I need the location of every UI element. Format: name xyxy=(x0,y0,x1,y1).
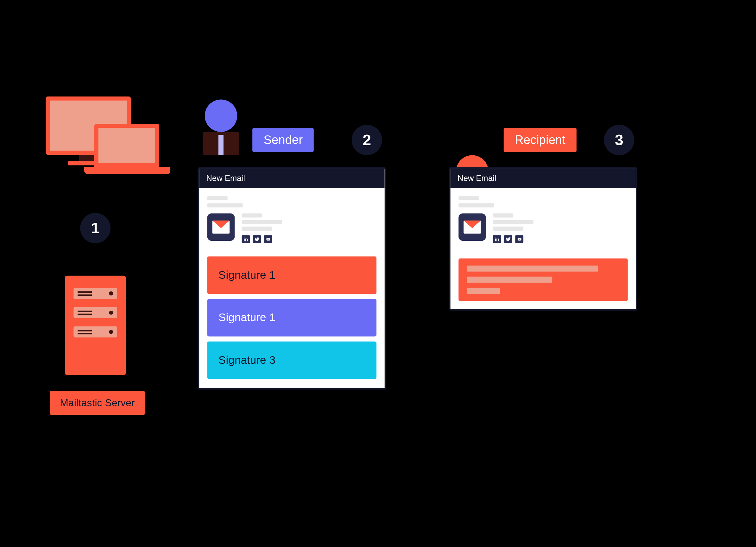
signature-option-1[interactable]: Signature 1 xyxy=(207,256,376,293)
email-title: New Email xyxy=(206,174,245,182)
server-label: Mailtastic Server xyxy=(50,391,145,415)
placeholder-line xyxy=(207,196,228,200)
social-icons: in xyxy=(242,235,282,243)
signature-option-2[interactable]: Signature 1 xyxy=(207,299,376,336)
email-body: in xyxy=(199,188,385,251)
linkedin-icon: in xyxy=(242,235,250,243)
step-badge-3: 3 xyxy=(604,125,634,155)
step-badge-2: 2 xyxy=(352,125,382,155)
signature-lines: in xyxy=(493,213,533,243)
step-number: 1 xyxy=(91,219,100,236)
email-title: New Email xyxy=(457,174,496,182)
twitter-icon xyxy=(504,235,512,243)
placeholder-line xyxy=(458,196,479,200)
sender-avatar xyxy=(200,99,242,155)
signature-option-label: Signature 1 xyxy=(218,269,275,281)
linkedin-icon: in xyxy=(493,235,501,243)
step-number: 2 xyxy=(362,131,371,148)
sender-tag-text: Sender xyxy=(263,133,303,147)
youtube-icon xyxy=(515,235,524,243)
signature-option-label: Signature 3 xyxy=(218,353,275,366)
email-header: New Email xyxy=(450,169,636,188)
banner-line xyxy=(467,276,552,282)
signature-option-label: Signature 1 xyxy=(218,311,275,324)
server-label-text: Mailtastic Server xyxy=(60,397,135,408)
sender-tag: Sender xyxy=(252,128,314,152)
email-banner xyxy=(458,259,627,301)
server-slot xyxy=(73,326,117,337)
recipient-tag-text: Recipient xyxy=(515,133,565,147)
signature-option-3[interactable]: Signature 3 xyxy=(207,341,376,379)
signature-block: in xyxy=(458,213,627,243)
placeholder-line xyxy=(458,203,494,207)
email-header: New Email xyxy=(199,169,385,188)
step-badge-1: 1 xyxy=(80,213,110,243)
computers-group xyxy=(46,97,131,155)
twitter-icon xyxy=(253,235,261,243)
server-slot xyxy=(73,307,117,318)
recipient-tag: Recipient xyxy=(504,128,577,152)
app-icon xyxy=(458,213,486,241)
email-body: in xyxy=(450,188,636,251)
banner-line xyxy=(467,287,500,293)
recipient-email-window: New Email in xyxy=(449,167,637,311)
app-icon xyxy=(207,213,235,241)
signature-lines: in xyxy=(242,213,282,243)
signature-block: in xyxy=(207,213,376,243)
sender-email-window: New Email in xyxy=(198,167,386,389)
envelope-icon xyxy=(463,221,481,234)
envelope-icon xyxy=(212,221,230,234)
laptop-icon xyxy=(94,124,159,167)
placeholder-line xyxy=(207,203,243,207)
server-icon xyxy=(65,275,126,375)
laptop-base xyxy=(84,167,170,174)
social-icons: in xyxy=(493,235,533,243)
banner-line xyxy=(467,266,598,272)
youtube-icon xyxy=(264,235,272,243)
step-number: 3 xyxy=(615,131,623,148)
server-slot xyxy=(73,287,117,298)
